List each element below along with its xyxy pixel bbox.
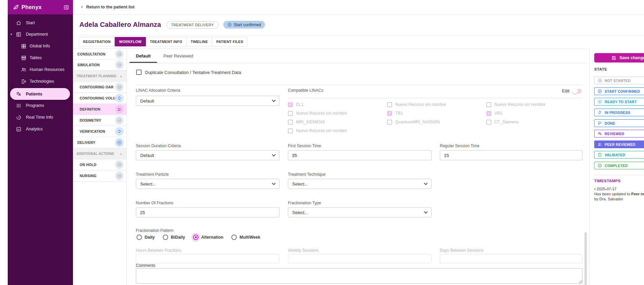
state-button-ready-to-start[interactable]: READY TO START bbox=[594, 98, 644, 106]
linac-option[interactable]: VB1 bbox=[486, 109, 586, 118]
state-button-in-progress[interactable]: IN PROGRESS bbox=[594, 109, 644, 116]
state-button-peer-reviewed[interactable]: PEER REVIEWED bbox=[594, 140, 644, 148]
save-changes-button[interactable]: Save changes bbox=[594, 53, 644, 63]
treatment-technique-select[interactable]: Select... bbox=[288, 179, 431, 189]
collapse-sidebar-icon[interactable] bbox=[64, 5, 69, 10]
linac-option[interactable]: QuantumMRI_NVISION bbox=[387, 118, 486, 126]
sidebar-item-real-time-info[interactable]: Real Time Info bbox=[8, 112, 73, 123]
regular-session-time-input[interactable] bbox=[440, 150, 582, 160]
linac-option[interactable]: Nuevo Recurso sin nombre bbox=[387, 100, 486, 109]
sidebar: Phenyx Start ▾ Department Global Info Ta… bbox=[8, 0, 73, 285]
not-started-status-icon bbox=[115, 171, 124, 180]
regular-session-time-label: Regular Session Time bbox=[440, 144, 479, 148]
edit-label: Edit bbox=[562, 88, 569, 93]
play-circle-icon bbox=[598, 78, 602, 83]
tab-registration[interactable]: REGISTRATION bbox=[79, 37, 115, 46]
peer-reviewed-status-icon bbox=[115, 105, 124, 114]
tab-patient-files[interactable]: PATIENT FILES bbox=[212, 37, 248, 46]
workflow-step-simulation[interactable]: SIMULATION bbox=[73, 59, 126, 71]
checkbox-icon bbox=[288, 102, 293, 107]
flag-icon bbox=[598, 121, 602, 125]
edit-toggle[interactable] bbox=[573, 89, 582, 93]
comments-textarea[interactable] bbox=[136, 268, 582, 284]
radio-bidaily[interactable]: BiDaily bbox=[163, 235, 185, 240]
state-button-not-started[interactable]: NOT STARTED bbox=[594, 77, 644, 84]
radio-icon bbox=[163, 235, 168, 240]
workflow-step-definition[interactable]: DEFINITION bbox=[73, 104, 126, 115]
tab-treatment-info[interactable]: TREATMENT INFO bbox=[146, 37, 187, 46]
workflow-step-verification[interactable]: VERIFICATION bbox=[73, 126, 126, 137]
play-circle-icon bbox=[598, 99, 602, 104]
hours-between-fractions-input[interactable] bbox=[136, 254, 279, 263]
state-button-validated[interactable]: VALIDATED bbox=[594, 151, 644, 159]
sidebar-item-human-resources[interactable]: Human Resources bbox=[8, 64, 73, 75]
linac-option[interactable]: Nuevo Recurso sin nombre bbox=[288, 126, 387, 135]
sidebar-item-analytics[interactable]: Analytics bbox=[8, 123, 73, 135]
number-of-fractions-label: Number Of Fractions bbox=[136, 201, 173, 205]
real-time-info-icon bbox=[16, 115, 22, 120]
radio-alternation[interactable]: Alternation bbox=[193, 235, 223, 240]
linac-option[interactable]: MRI_SIEMENS bbox=[288, 118, 387, 126]
play-circle-icon bbox=[598, 89, 602, 93]
workflow-group-treatment-planning[interactable]: TREATMENT PLANNING ▴ bbox=[73, 71, 126, 82]
linacs-divider bbox=[288, 98, 582, 98]
sidebar-item-department[interactable]: ▾ Department bbox=[8, 29, 73, 40]
first-session-time-input[interactable] bbox=[288, 150, 431, 160]
workflow-group-additional-actions[interactable]: ADDITIONAL ACTIONS ▴ bbox=[73, 148, 126, 159]
checkbox-icon bbox=[288, 128, 293, 133]
linac-option[interactable]: Nuevo Recurso sin nombre bbox=[288, 109, 387, 118]
number-of-fractions-input[interactable] bbox=[136, 207, 279, 217]
workflow-step-nursing[interactable]: NURSING bbox=[73, 170, 126, 181]
linac-option[interactable]: TB1 bbox=[387, 109, 486, 118]
state-panel: Save changes STATE NOT STARTED START CON… bbox=[589, 48, 644, 285]
tab-workflow[interactable]: WORKFLOW bbox=[115, 37, 146, 46]
subtab-peer-reviewed[interactable]: Peer Reviewed bbox=[157, 49, 199, 63]
sidebar-item-tables[interactable]: Tables bbox=[8, 52, 73, 64]
sidebar-item-global-info[interactable]: Global Info bbox=[8, 40, 73, 52]
linac-option[interactable]: CT_Siemens bbox=[486, 118, 586, 126]
not-started-status-icon bbox=[115, 116, 124, 125]
state-button-done[interactable]: DONE bbox=[594, 119, 644, 127]
patient-tabs: REGISTRATION WORKFLOW TREATMENT INFO TIM… bbox=[79, 37, 248, 46]
state-button-start-confirmed[interactable]: START CONFIRMED bbox=[594, 87, 644, 95]
radio-daily[interactable]: Daily bbox=[137, 235, 155, 240]
treatment-particle-select[interactable]: Select... bbox=[136, 179, 279, 189]
sidebar-item-programs[interactable]: Programs bbox=[8, 100, 73, 111]
back-label: Return to the patient list bbox=[86, 5, 135, 9]
radio-icon bbox=[231, 235, 237, 240]
sidebar-header: Phenyx bbox=[8, 0, 73, 14]
workflow-step-on-hold[interactable]: ON HOLD bbox=[73, 159, 126, 170]
main-scrollbar[interactable] bbox=[584, 232, 587, 285]
workflow-step-dosimetry[interactable]: DOSIMETRY bbox=[73, 115, 126, 126]
linac-allocation-select[interactable]: Default bbox=[136, 96, 279, 106]
workflow-step-contouring-volumes[interactable]: CONTOURING VOLUMES bbox=[73, 93, 126, 104]
sidebar-item-patients[interactable]: Patients bbox=[10, 88, 70, 100]
sync-icon bbox=[598, 110, 602, 115]
weekly-sessions-input[interactable] bbox=[288, 254, 431, 263]
days-between-sessions-input[interactable] bbox=[440, 254, 582, 263]
workflow-step-contouring-oar[interactable]: CONTOURING OAR bbox=[73, 82, 126, 93]
checkbox-icon bbox=[486, 102, 491, 107]
workflow-step-consultation[interactable]: CONSULTATION bbox=[73, 48, 126, 59]
in-progress-status-icon bbox=[115, 127, 124, 136]
back-to-patient-list-button[interactable]: ‹ Return to the patient list bbox=[81, 5, 135, 9]
section-divider bbox=[136, 85, 582, 85]
linac-option[interactable]: Nuevo Recurso sin nombre bbox=[486, 100, 586, 109]
fractionation-pattern-label: Fractionation Pattern bbox=[136, 228, 173, 233]
fractionation-type-select[interactable]: Select... bbox=[288, 207, 431, 217]
duplicate-consultation-checkbox[interactable]: Duplicate Consultation / Tentative Treat… bbox=[136, 70, 241, 75]
days-between-sessions-label: Days Between Sessions bbox=[440, 248, 483, 253]
patient-header: Adela Caballero Almanza TREATMENT DELIVE… bbox=[73, 14, 644, 35]
linac-option[interactable]: CL1 bbox=[288, 100, 387, 109]
subtab-default[interactable]: Default bbox=[129, 49, 157, 63]
workflow-step-delivery[interactable]: DELIVERY bbox=[73, 137, 126, 148]
radio-icon bbox=[137, 235, 142, 240]
state-button-completed[interactable]: COMPLETED bbox=[594, 162, 644, 169]
radio-multiweek[interactable]: MultiWeek bbox=[231, 235, 260, 240]
state-section-title: STATE bbox=[594, 67, 607, 71]
session-duration-criteria-select[interactable]: Default bbox=[136, 150, 279, 160]
state-button-reviewed[interactable]: REVIEWED bbox=[594, 130, 644, 137]
sidebar-item-start[interactable]: Start bbox=[8, 17, 73, 29]
tab-timeline[interactable]: TIMELINE bbox=[186, 37, 212, 46]
sidebar-item-technologies[interactable]: Technologies bbox=[8, 76, 73, 87]
